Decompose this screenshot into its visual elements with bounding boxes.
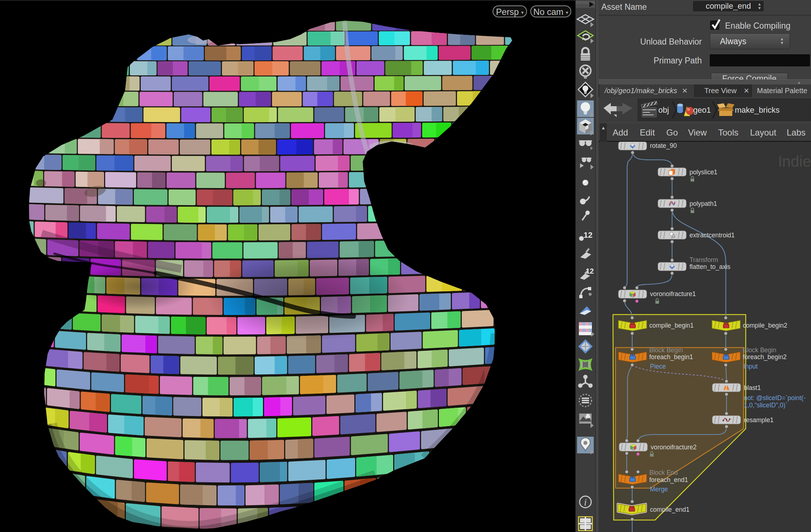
svg-text:Block Begin: Block Begin	[743, 346, 776, 354]
svg-text:obj: obj	[658, 105, 669, 115]
svg-text:extractcentroid1: extractcentroid1	[689, 232, 735, 239]
svg-text:i: i	[584, 496, 587, 508]
svg-text:Block End: Block End	[649, 469, 678, 476]
svg-text:make_bricks: make_bricks	[735, 105, 779, 115]
svg-text:resample1: resample1	[744, 416, 774, 424]
svg-text:Transform: Transform	[689, 256, 718, 263]
svg-text:compile_end1: compile_end1	[650, 506, 689, 514]
svg-text:Block Begin: Block Begin	[649, 346, 683, 354]
svg-text:Merge: Merge	[650, 486, 668, 493]
svg-text:foreach_begin2: foreach_begin2	[743, 353, 787, 361]
svg-text:Piece: Piece	[650, 363, 666, 370]
svg-text:1,0,"sliceID",0)`: 1,0,"sliceID",0)`	[744, 402, 787, 409]
svg-text:Input: Input	[744, 363, 758, 370]
svg-text:polyslice1: polyslice1	[689, 169, 717, 176]
svg-text:foreach_end1: foreach_end1	[649, 476, 688, 484]
svg-text:12: 12	[584, 230, 592, 240]
svg-text:voronoifracture1: voronoifracture1	[650, 290, 696, 298]
svg-text:compile_begin2: compile_begin2	[743, 322, 787, 329]
svg-text:Indie: Indie	[778, 153, 811, 170]
svg-text:polypath1: polypath1	[689, 200, 717, 207]
svg-text:rotate_90: rotate_90	[650, 142, 677, 150]
svg-text:not: @sliceID=`point(-: not: @sliceID=`point(-	[744, 394, 806, 402]
svg-text:compile_begin1: compile_begin1	[649, 322, 694, 329]
svg-text:foreach_begin1: foreach_begin1	[649, 353, 693, 361]
svg-text:flatten_to_axis: flatten_to_axis	[689, 263, 730, 271]
svg-text:blast1: blast1	[744, 384, 761, 391]
svg-text:12: 12	[586, 267, 594, 275]
svg-text:geo1: geo1	[693, 105, 711, 115]
svg-text:voronoifracture2: voronoifracture2	[651, 444, 696, 451]
